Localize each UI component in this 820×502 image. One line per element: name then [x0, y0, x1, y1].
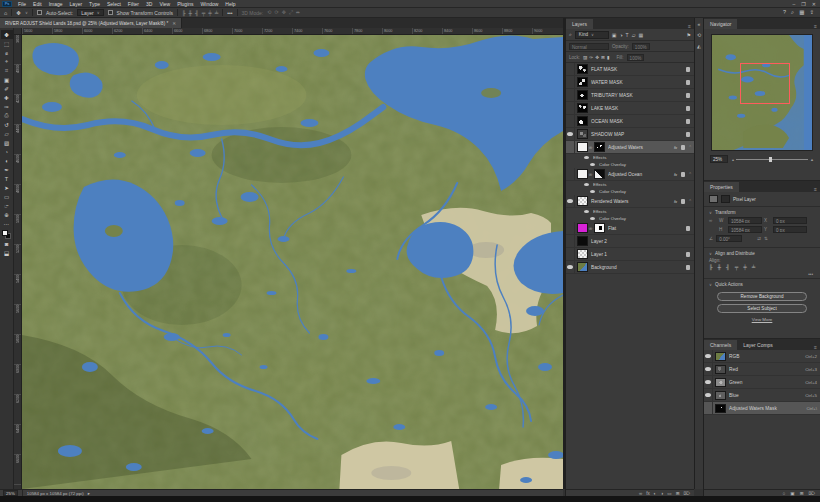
blend-mode-dropdown[interactable]: Normal	[569, 43, 609, 50]
link-layers-icon[interactable]: ∞	[639, 491, 642, 496]
menu-type[interactable]: Type	[88, 1, 101, 7]
prop-align-top-icon[interactable]: ╤	[735, 264, 739, 270]
layer-thumbnail[interactable]	[577, 236, 588, 246]
tab-channels[interactable]: Channels	[704, 340, 737, 350]
transform-section-title[interactable]: ∨ Transform	[704, 207, 820, 217]
visibility-toggle[interactable]	[566, 235, 575, 247]
layer-row-background[interactable]: Background fx ⌃	[566, 261, 694, 274]
panel-menu-icon[interactable]: ≡	[814, 186, 820, 192]
layer-row-effects[interactable]: Effects fx ⌃	[566, 154, 694, 161]
quick-actions-title[interactable]: ∨ Quick Actions	[704, 279, 820, 289]
panel-menu-icon[interactable]: ≡	[814, 344, 820, 350]
layer-thumbnail[interactable]	[577, 249, 588, 259]
home-icon[interactable]: ⌂	[4, 10, 7, 16]
blur-tool[interactable]: ◔	[1, 147, 13, 156]
layer-row-flat-mask[interactable]: FLAT MASK fx ⌃	[566, 63, 694, 76]
edit-toolbar[interactable]: ⋯	[1, 219, 13, 228]
opt-distribute-v-icon[interactable]: ╧	[215, 10, 219, 16]
zoom-out-icon[interactable]: ▴	[732, 157, 734, 162]
tab-navigator[interactable]: Navigator	[704, 19, 737, 29]
layer-row-layer-1[interactable]: Layer 1 fx ⌃	[566, 248, 694, 261]
healing-brush-tool[interactable]: ✚	[1, 93, 13, 102]
visibility-toggle[interactable]	[566, 141, 575, 153]
visibility-toggle[interactable]	[566, 115, 575, 127]
close-tab-icon[interactable]: ✕	[172, 21, 176, 26]
visibility-toggle[interactable]	[566, 261, 575, 273]
lock-artboard-icon[interactable]: ⊞	[601, 55, 605, 60]
filter-pixel-icon[interactable]: ▣	[612, 32, 617, 38]
visibility-toggle[interactable]	[566, 222, 575, 234]
topbar-share-icon[interactable]: ⇪	[809, 9, 814, 16]
link-dimensions-icon[interactable]: ∞	[709, 218, 717, 223]
save-selection-icon[interactable]: ▣	[790, 491, 794, 496]
filter-adjustment-icon[interactable]: ◑	[620, 32, 623, 38]
new-group-icon[interactable]: ▭	[667, 491, 671, 496]
document-tab[interactable]: RIVER ADJUST Shield Lands 18.psd @ 25% (…	[0, 18, 182, 28]
layer-row-ocean-mask[interactable]: OCEAN MASK fx ⌃	[566, 115, 694, 128]
flip-vertical-icon[interactable]: ⇅	[764, 236, 768, 241]
history-brush-tool[interactable]: ↺	[1, 120, 13, 129]
delete-layer-icon[interactable]: ⌦	[684, 491, 691, 496]
frame-tool[interactable]: ▣	[1, 75, 13, 84]
hand-tool[interactable]: ☞	[1, 201, 13, 210]
mask-thumbnail[interactable]	[594, 223, 605, 233]
layer-row-color-overlay[interactable]: Color Overlay fx ⌃	[566, 215, 694, 222]
topbar-workspace-icon[interactable]: ▦	[799, 9, 804, 16]
opt-align-left-icon[interactable]: ╟	[182, 10, 186, 16]
layer-row-water-mask[interactable]: WATER MASK fx ⌃	[566, 76, 694, 89]
filter-type-icon[interactable]: T	[626, 32, 629, 38]
delete-channel-icon[interactable]: ⌦	[809, 491, 816, 496]
visibility-toggle[interactable]	[582, 154, 590, 161]
add-mask-icon[interactable]: ◐	[654, 491, 657, 496]
layer-thumbnail[interactable]	[577, 142, 588, 152]
channel-row-adjusted-waters-mask[interactable]: Adjusted Waters Mask Ctrl+\	[704, 402, 820, 415]
status-menu-arrow[interactable]: ▸	[88, 491, 90, 496]
visibility-toggle[interactable]	[566, 195, 575, 207]
menu-edit[interactable]: Edit	[32, 1, 43, 7]
visibility-toggle[interactable]	[566, 76, 575, 88]
menu-plugins[interactable]: Plugins	[176, 1, 194, 7]
fx-badge-icon[interactable]: fx	[674, 172, 677, 177]
menu-view[interactable]: View	[158, 1, 171, 7]
qa-button-select-subject[interactable]: Select Subject	[717, 304, 807, 313]
visibility-toggle[interactable]	[588, 161, 596, 168]
navigator-thumbnail[interactable]	[712, 35, 812, 150]
channel-row-blue[interactable]: Blue Ctrl+5	[704, 389, 820, 402]
visibility-toggle[interactable]	[566, 248, 575, 260]
visibility-toggle[interactable]	[566, 89, 575, 101]
new-channel-icon[interactable]: ⊞	[800, 491, 804, 496]
visibility-toggle[interactable]	[566, 102, 575, 114]
visibility-toggle[interactable]	[704, 402, 713, 414]
move-tool[interactable]: ✥	[1, 30, 13, 39]
tab-layer-comps[interactable]: Layer Comps	[737, 340, 779, 350]
navigator-zoom-field[interactable]: 25%	[710, 155, 728, 163]
color-swatches[interactable]	[2, 230, 11, 239]
slider-thumb[interactable]	[769, 157, 772, 162]
clone-stamp-tool[interactable]: ⎙	[1, 111, 13, 120]
menu-window[interactable]: Window	[200, 1, 220, 7]
prop-align-right-icon[interactable]: ╢	[726, 264, 730, 270]
marquee-tool[interactable]: ⬚	[1, 39, 13, 48]
visibility-toggle[interactable]	[704, 376, 713, 388]
layer-thumbnail[interactable]	[577, 196, 588, 206]
shape-tool[interactable]: ▭	[1, 192, 13, 201]
prop-align-center-h-icon[interactable]: ╫	[718, 264, 722, 270]
visibility-toggle[interactable]	[566, 168, 575, 180]
channel-row-rgb[interactable]: RGB Ctrl+2	[704, 350, 820, 363]
dodge-tool[interactable]: ◖	[1, 156, 13, 165]
filter-smart-icon[interactable]: ▦	[639, 32, 644, 38]
menu-3d[interactable]: 3D	[145, 1, 153, 7]
layer-thumbnail[interactable]	[577, 64, 588, 74]
zoom-tool[interactable]: ⊕	[1, 210, 13, 219]
visibility-toggle[interactable]	[588, 188, 596, 195]
layer-row-color-overlay[interactable]: Color Overlay fx ⌃	[566, 188, 694, 195]
angle-field[interactable]: 0.00°	[716, 235, 742, 242]
layer-thumbnail[interactable]	[577, 90, 588, 100]
more-options-icon[interactable]: •••	[227, 10, 232, 16]
menu-filter[interactable]: Filter	[127, 1, 140, 7]
collapsed-comments-icon[interactable]: ◭	[697, 43, 701, 49]
gradient-tool[interactable]: ▨	[1, 138, 13, 147]
new-layer-icon[interactable]: ⊞	[676, 491, 680, 496]
opt-distribute-h-icon[interactable]: ╪	[208, 10, 212, 16]
layer-row-rendered-waters[interactable]: Rendered Waters fx ⌃	[566, 195, 694, 208]
